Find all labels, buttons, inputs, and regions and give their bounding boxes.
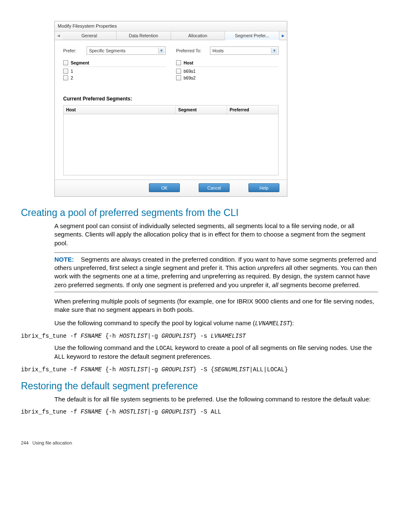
dialog-footer: OK Cancel Help xyxy=(55,180,287,196)
grid-body xyxy=(63,114,279,175)
prefer-combo[interactable]: Specific Segments ▼ xyxy=(87,46,166,55)
code-ital: HOSTLIST xyxy=(119,366,147,373)
list-item[interactable]: b69s2 xyxy=(176,75,279,81)
checkbox[interactable] xyxy=(63,60,68,65)
code: {-h xyxy=(102,333,119,339)
note-label: NOTE: xyxy=(54,256,74,263)
segment-item: 1 xyxy=(71,69,73,74)
code: |-g xyxy=(147,333,161,339)
code-ital: FSNAME xyxy=(81,409,102,415)
host-header[interactable]: Host xyxy=(176,59,279,67)
footer-section: Using file allocation xyxy=(33,440,72,445)
tab-scroll-right[interactable]: ► xyxy=(279,33,287,38)
segment-item: 2 xyxy=(71,75,73,80)
text: keyword to restore the default segment p… xyxy=(65,353,212,360)
code-inline: ALL xyxy=(54,354,65,360)
grid-col-preferred[interactable]: Preferred xyxy=(227,105,278,114)
checkbox[interactable] xyxy=(176,60,181,65)
note-text-ital: all xyxy=(272,281,278,288)
tab-general[interactable]: General xyxy=(62,31,117,40)
preferred-to-combo[interactable]: Hosts ▼ xyxy=(210,46,279,55)
arrow-left-icon: ◄ xyxy=(56,33,61,38)
tab-scroll-left[interactable]: ◄ xyxy=(55,33,62,38)
chevron-down-icon: ▼ xyxy=(158,48,164,54)
code-inline: LOCAL xyxy=(156,345,174,352)
tab-segment-prefer[interactable]: Segment Prefer... xyxy=(225,31,279,40)
list-item[interactable]: 1 xyxy=(63,68,166,75)
code-ital: HOSTLIST xyxy=(119,333,147,339)
segment-header[interactable]: Segment xyxy=(63,59,166,67)
chevron-down-icon: ▼ xyxy=(271,48,277,54)
help-button[interactable]: Help xyxy=(248,183,279,192)
note-text: segments become preferred. xyxy=(278,281,360,288)
dialog-body: Prefer: Specific Segments ▼ Preferred To… xyxy=(55,40,287,180)
cancel-button[interactable]: Cancel xyxy=(199,183,230,192)
segment-header-label: Segment xyxy=(71,60,89,65)
prefer-label: Prefer: xyxy=(63,48,84,53)
code: ibrix_fs_tune -f xyxy=(21,333,81,339)
code: {-h xyxy=(102,409,119,415)
code-inline: LVNAMELIST xyxy=(255,320,290,327)
checkbox[interactable] xyxy=(176,75,181,80)
para: When preferring multiple pools of segmen… xyxy=(54,297,378,314)
text: ): xyxy=(290,319,294,326)
code: {-h xyxy=(102,366,119,373)
para: Use the following command to specify the… xyxy=(54,319,378,328)
heading-creating-pool: Creating a pool of preferred segments fr… xyxy=(21,207,378,218)
note-block: NOTE: Segments are always created in the… xyxy=(54,252,378,292)
ok-button[interactable]: OK xyxy=(149,183,180,192)
heading-restoring-default: Restoring the default segment preference xyxy=(21,380,378,392)
code-ital: GROUPLIST xyxy=(161,366,193,373)
form-row: Prefer: Specific Segments ▼ Preferred To… xyxy=(63,46,279,55)
host-item: b69s2 xyxy=(184,75,196,80)
current-preferred-segments-title: Current Preferred Segments: xyxy=(63,96,279,102)
page-number: 244 xyxy=(21,440,28,445)
tab-data-retention[interactable]: Data Retention xyxy=(117,31,171,40)
grid-col-host[interactable]: Host xyxy=(64,105,176,114)
code-block: ibrix_fs_tune -f FSNAME {-h HOSTLIST|-g … xyxy=(21,366,378,373)
prefer-col: Prefer: Specific Segments ▼ xyxy=(63,46,166,55)
note-text-ital: unprefers xyxy=(258,264,284,271)
prefer-value: Specific Segments xyxy=(89,48,125,53)
code: |ALL|LOCAL} xyxy=(249,366,288,373)
text: Use the following command to specify the… xyxy=(54,319,255,326)
code-block: ibrix_fs_tune -f FSNAME {-h HOSTLIST|-g … xyxy=(21,333,378,339)
code: ibrix_fs_tune -f xyxy=(21,366,81,373)
code: } -S ALL xyxy=(193,409,221,415)
list-item[interactable]: 2 xyxy=(63,75,166,81)
segment-list: Segment 1 2 xyxy=(63,59,166,81)
lists-row: Segment 1 2 H xyxy=(63,59,279,81)
code-ital: FSNAME xyxy=(81,333,102,339)
text: keyword to create a pool of all segments… xyxy=(174,344,372,351)
preferred-to-col: Preferred To: Hosts ▼ xyxy=(176,46,279,55)
tab-strip: ◄ General Data Retention Allocation Segm… xyxy=(55,31,287,40)
code: |-g xyxy=(147,366,161,373)
code-block: ibrix_fs_tune -f FSNAME {-h HOSTLIST|-g … xyxy=(21,409,378,415)
para: The default is for all file system segme… xyxy=(54,395,378,403)
modify-filesystem-dialog: Modify Filesystem Properties ◄ General D… xyxy=(54,21,287,197)
checkbox[interactable] xyxy=(176,69,181,74)
code-ital: FSNAME xyxy=(81,366,102,373)
code: |-g xyxy=(147,409,161,415)
tab-allocation[interactable]: Allocation xyxy=(171,31,225,40)
preferred-to-value: Hosts xyxy=(212,48,224,53)
code: } -S { xyxy=(193,366,214,373)
grid-header: Host Segment Preferred xyxy=(63,105,279,114)
checkbox[interactable] xyxy=(63,69,68,74)
para: Use the following command and the LOCAL … xyxy=(54,344,378,361)
code: } -s xyxy=(193,333,211,339)
host-item: b69s1 xyxy=(184,69,196,74)
checkbox[interactable] xyxy=(63,75,68,80)
para: A segment pool can consist of individual… xyxy=(54,222,378,247)
grid-col-segment[interactable]: Segment xyxy=(176,105,227,114)
list-item[interactable]: b69s1 xyxy=(176,68,279,75)
code-ital: GROUPLIST xyxy=(161,409,193,415)
code-ital: GROUPLIST xyxy=(161,333,193,339)
code: ibrix_fs_tune -f xyxy=(21,409,81,415)
page: Modify Filesystem Properties ◄ General D… xyxy=(0,0,399,458)
host-list: Host b69s1 b69s2 xyxy=(176,59,279,81)
dialog-title: Modify Filesystem Properties xyxy=(55,21,287,31)
code-ital: LVNAMELIST xyxy=(211,333,246,339)
code-ital: HOSTLIST xyxy=(119,409,147,415)
page-footer: 244 Using file allocation xyxy=(21,440,378,445)
